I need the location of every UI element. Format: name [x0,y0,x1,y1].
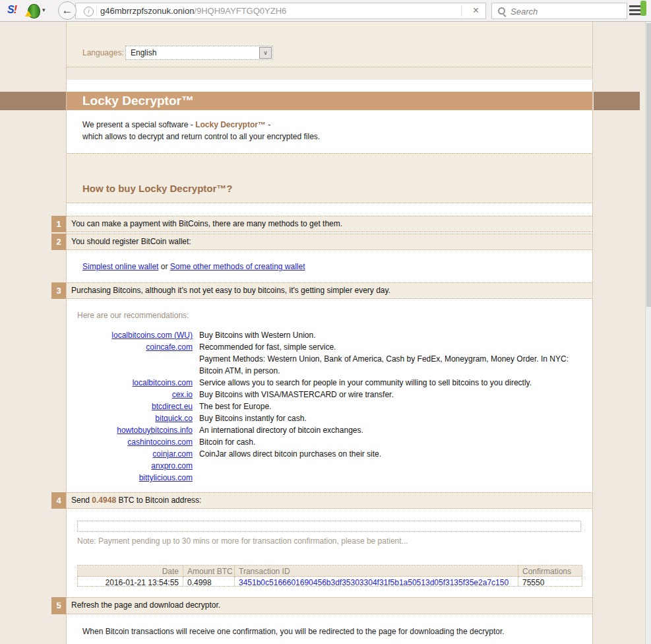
close-icon[interactable]: × [473,3,479,18]
column-header-date: Date [78,565,183,577]
intro-section: We present a special software - Locky De… [67,110,592,153]
list-item: localbitcoins.com (WU) [77,329,193,341]
url-text: g46mbrrzpfszonuk.onion/9HQH9AYFTGQ0YZH6 [100,3,286,18]
intro-line2: which allows to decrypt and return contr… [82,131,592,143]
rec-link[interactable]: anxpro.com [151,461,193,470]
back-button[interactable]: ← [58,1,77,20]
search-box[interactable] [491,3,627,19]
search-icon [498,7,505,15]
rec-link[interactable]: localbitcoins.com [133,378,193,387]
recommendations-heading: Here are our recommendations: [77,311,592,320]
spacer [67,203,592,216]
btc-address-input[interactable] [77,521,581,532]
select-chevron-icon[interactable]: ∨ [259,47,272,59]
title-bar-left-extension [0,92,66,110]
rec-link[interactable]: coinjar.com [152,449,193,459]
step-5-text: Refresh the page and download decryptor. [71,600,220,610]
rec-link[interactable]: coincafe.com [146,342,193,352]
recommendations-list: localbitcoins.com (WU) Buy Bitcoins with… [77,329,592,484]
step-row-1: 1 You can make a payment with BitCoins, … [67,216,592,232]
list-item: localbitcoins.com [77,377,193,389]
step-row-5: 5 Refresh the page and download decrypto… [67,597,592,614]
list-item: anxpro.com [77,460,193,472]
search-input[interactable] [509,4,624,18]
tx-id-cell: 3451b0c5166601690456b3df35303304f31f5b1a… [235,577,518,586]
scrollbar[interactable] [645,22,651,644]
step-4-pre: Send [71,496,92,505]
site-info-icon[interactable]: i [84,7,94,16]
how-to-section: How to buy Locky Decryptor™? [67,153,592,203]
rec-desc: Bitcoin for cash. [199,436,592,448]
rec-link[interactable]: btcdirect.eu [152,402,193,411]
product-name: Locky Decryptor™ [195,120,266,129]
step-row-2: 2 You should register BitCoin wallet: [67,234,592,250]
tor-onion-button[interactable]: ▾ [26,3,49,19]
rec-link[interactable]: localbitcoins.com (WU) [111,331,193,340]
footer-text: When Bitcoin transactions will receive o… [82,627,505,636]
rec-link[interactable]: cex.io [172,390,193,399]
rec-desc: CoinJar allows direct bitcoin purchases … [199,448,592,460]
column-header-txid: Transaction ID [235,565,518,577]
step-1-text: You can make a payment with BitCoins, th… [71,219,342,228]
wallet-links-section: Simplest online wallet or Some other met… [67,250,592,282]
step-3-text: Purchasing Bitcoins, although it's not y… [71,286,390,295]
list-item: bitquick.co [77,412,193,424]
tx-amount-cell: 0.4998 [183,577,235,586]
update-indicator-icon [640,1,646,16]
language-select[interactable]: English ∨ [125,46,273,60]
url-host: g46mbrrzpfszonuk.onion [100,6,194,16]
rec-desc [199,460,592,472]
spacer [67,80,592,92]
step-number-badge: 3 [51,282,66,299]
chevron-down-icon: ▾ [42,7,46,13]
intro-pre: We present a special software - [82,120,195,129]
step-4-post: BTC to Bitcoin address: [116,496,201,505]
simplest-wallet-link[interactable]: Simplest online wallet [82,262,158,271]
list-item: btcdirect.eu [77,401,193,412]
list-item: howtobuybitcoins.info [77,424,193,436]
step-number-badge: 5 [51,597,66,614]
rec-desc: Recommended for fast, simple service. Pa… [199,341,592,377]
rec-desc: Service allows you to search for people … [199,377,592,389]
back-arrow-icon: ← [62,4,73,16]
tx-date-cell: 2016-01-21 13:54:55 [78,577,183,586]
scrollbar-thumb[interactable] [646,23,651,307]
rec-desc [199,472,592,484]
payment-note: Note: Payment pending up to 30 mins or m… [77,536,408,546]
logo-s: S [7,4,14,15]
divider [96,5,97,16]
footer-section: When Bitcoin transactions will receive o… [67,614,592,644]
step-row-4: 4 Send 0.4948 BTC to Bitcoin address: [67,492,592,509]
transaction-id-link[interactable]: 3451b0c5166601690456b3df35303304f31f5b1a… [239,578,509,586]
rec-desc: Buy Bitcoins instantly for cash. [199,412,592,424]
wallet-or-text: or [158,262,170,271]
step-number-badge: 1 [51,216,66,232]
title-bar-right-extension [594,92,640,110]
rec-link[interactable]: bittylicious.com [139,473,193,482]
rec-desc: Buy Bitcoins with Western Union. [199,329,592,341]
list-item: cex.io [77,389,193,401]
content-column: Languages: English ∨ Locky Decryptor™ We… [66,22,593,644]
browser-logo: S! [7,4,16,16]
rec-link[interactable]: bitquick.co [155,414,193,423]
intro-line1: We present a special software - Locky De… [82,119,592,131]
step-2-text: You should register BitCoin wallet: [71,237,191,246]
languages-section: Languages: English ∨ [67,22,592,67]
rec-link[interactable]: cashintocoins.com [127,437,193,447]
logo-exclamation: ! [14,4,16,15]
rec-link[interactable]: howtobuybitcoins.info [117,426,193,435]
rec-desc: The best for Europe. [199,401,592,412]
step-number-badge: 4 [51,492,66,509]
url-bar[interactable]: i g46mbrrzpfszonuk.onion/9HQH9AYFTGQ0YZH… [75,3,486,19]
menu-button[interactable] [629,3,649,19]
spacer [67,67,592,80]
language-selected-value: English [131,46,156,59]
url-path: /9HQH9AYFTGQ0YZH6 [194,6,286,16]
recommendations-section: Here are our recommendations: localbitco… [67,299,592,492]
column-header-amount: Amount BTC [183,565,235,577]
other-wallet-methods-link[interactable]: Some other methods of creating wallet [170,262,305,271]
tx-confirmations-cell: 75550 [518,577,582,586]
step-number-badge: 2 [51,234,66,250]
payment-section: Note: Payment pending up to 30 mins or m… [67,509,592,596]
page: Languages: English ∨ Locky Decryptor™ We… [0,22,651,644]
